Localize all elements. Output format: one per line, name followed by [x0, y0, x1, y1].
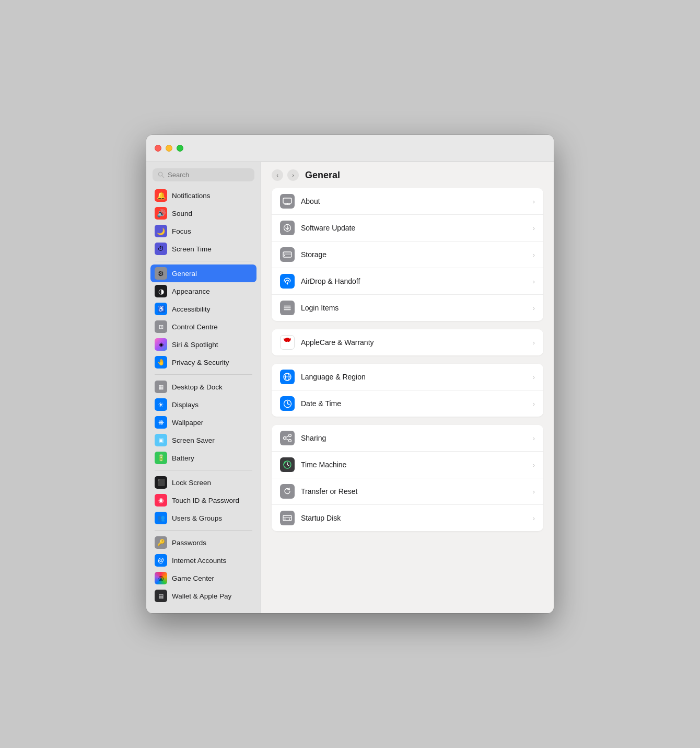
- wallet-icon: ▤: [155, 590, 167, 602]
- content-area: 🔔 Notifications 🔊 Sound 🌙 Focus ⏱ Screen…: [146, 162, 554, 613]
- sidebar-item-sound[interactable]: 🔊 Sound: [150, 204, 256, 222]
- chevron-icon: ›: [533, 278, 535, 285]
- settings-row-transfer-reset[interactable]: Transfer or Reset ›: [272, 478, 543, 505]
- startup-disk-icon: [280, 511, 295, 525]
- sidebar-item-accessibility[interactable]: ♿ Accessibility: [150, 300, 256, 318]
- sidebar-item-wallet[interactable]: ▤ Wallet & Apple Pay: [150, 587, 256, 605]
- chevron-icon: ›: [533, 339, 535, 347]
- sidebar-item-label: Wallpaper: [172, 419, 203, 427]
- sidebar-item-lock-screen[interactable]: ⬛ Lock Screen: [150, 474, 256, 491]
- settings-row-applecare[interactable]: AppleCare & Warranty ›: [272, 329, 543, 355]
- settings-row-startup-disk[interactable]: Startup Disk ›: [272, 505, 543, 531]
- sidebar-item-label: Battery: [172, 454, 194, 462]
- svg-line-1: [162, 176, 164, 178]
- accessibility-icon: ♿: [155, 303, 167, 315]
- sidebar-item-touch-id[interactable]: ◉ Touch ID & Password: [150, 491, 256, 509]
- sidebar-item-label: Touch ID & Password: [172, 497, 239, 504]
- sidebar-divider-2: [155, 374, 252, 375]
- svg-point-9: [284, 255, 285, 256]
- sidebar-item-displays[interactable]: ☀ Displays: [150, 396, 256, 413]
- passwords-icon: 🔑: [155, 536, 167, 549]
- settings-row-about[interactable]: About ›: [272, 188, 543, 215]
- chevron-icon: ›: [533, 198, 535, 205]
- sidebar-item-game-center[interactable]: ◎ Game Center: [150, 569, 256, 587]
- page-title: General: [305, 170, 340, 181]
- titlebar: [146, 135, 554, 162]
- chevron-icon: ›: [533, 461, 535, 469]
- lock-screen-icon: ⬛: [155, 476, 167, 489]
- software-update-label: Software Update: [301, 224, 527, 232]
- sharing-label: Sharing: [301, 434, 527, 442]
- settings-row-storage[interactable]: Storage ›: [272, 241, 543, 268]
- sidebar-item-screen-saver[interactable]: ▣ Screen Saver: [150, 431, 256, 449]
- sidebar-item-label: Users & Groups: [172, 514, 222, 522]
- sidebar-item-siri-spotlight[interactable]: ◈ Siri & Spotlight: [150, 336, 256, 353]
- date-time-icon: [280, 396, 295, 411]
- svg-rect-2: [283, 198, 291, 203]
- search-icon: [158, 171, 165, 178]
- maximize-button[interactable]: [177, 145, 183, 152]
- search-bar[interactable]: [153, 168, 254, 181]
- touch-id-icon: ◉: [155, 494, 167, 507]
- svg-point-29: [289, 519, 290, 520]
- svg-line-23: [286, 436, 288, 438]
- main-content: ‹ › General About: [261, 162, 554, 613]
- main-header: ‹ › General: [261, 162, 554, 188]
- sidebar-item-label: Screen Time: [172, 245, 212, 253]
- transfer-reset-icon: [280, 484, 295, 499]
- sidebar-item-label: Desktop & Dock: [172, 383, 223, 391]
- sidebar-item-wallpaper[interactable]: ❋ Wallpaper: [150, 413, 256, 431]
- sidebar-item-general[interactable]: ⚙ General: [150, 264, 256, 282]
- about-icon: [280, 194, 295, 209]
- sidebar-item-label: Accessibility: [172, 305, 211, 313]
- settings-row-software-update[interactable]: Software Update ›: [272, 215, 543, 241]
- minimize-button[interactable]: [166, 145, 172, 152]
- internet-accounts-icon: @: [155, 554, 167, 567]
- sidebar-item-notifications[interactable]: 🔔 Notifications: [150, 187, 256, 204]
- sidebar-item-desktop-dock[interactable]: ▦ Desktop & Dock: [150, 378, 256, 396]
- applecare-icon: [280, 335, 295, 350]
- login-items-icon: [280, 301, 295, 315]
- sidebar-section-1: 🔔 Notifications 🔊 Sound 🌙 Focus ⏱ Screen…: [150, 187, 256, 258]
- settings-row-sharing[interactable]: Sharing ›: [272, 425, 543, 452]
- settings-row-airdrop[interactable]: AirDrop & Handoff ›: [272, 268, 543, 295]
- search-input[interactable]: [168, 171, 249, 179]
- sidebar-item-internet-accounts[interactable]: @ Internet Accounts: [150, 551, 256, 569]
- sidebar-item-focus[interactable]: 🌙 Focus: [150, 222, 256, 240]
- settings-row-language[interactable]: Language & Region ›: [272, 364, 543, 390]
- users-groups-icon: 👥: [155, 512, 167, 524]
- sidebar-item-label: General: [172, 270, 197, 278]
- game-center-icon: ◎: [155, 572, 167, 584]
- settings-row-login-items[interactable]: Login Items ›: [272, 295, 543, 321]
- sidebar-item-passwords[interactable]: 🔑 Passwords: [150, 534, 256, 551]
- sidebar-item-label: Privacy & Security: [172, 359, 229, 366]
- sidebar-item-label: Internet Accounts: [172, 557, 226, 565]
- about-label: About: [301, 197, 527, 205]
- settings-row-date-time[interactable]: Date & Time ›: [272, 390, 543, 417]
- forward-button[interactable]: ›: [287, 169, 299, 181]
- sidebar-item-appearance[interactable]: ◑ Appearance: [150, 282, 256, 300]
- airdrop-icon: [280, 274, 295, 289]
- sidebar-item-label: Appearance: [172, 287, 210, 295]
- sidebar-item-battery[interactable]: 🔋 Battery: [150, 449, 256, 467]
- back-button[interactable]: ‹: [272, 169, 283, 181]
- settings-row-time-machine[interactable]: Time Machine ›: [272, 452, 543, 478]
- settings-group-3: Language & Region › Date & Time ›: [272, 364, 543, 417]
- sidebar-section-4: ⬛ Lock Screen ◉ Touch ID & Password 👥 Us…: [150, 474, 256, 527]
- sidebar-item-users-groups[interactable]: 👥 Users & Groups: [150, 509, 256, 527]
- chevron-icon: ›: [533, 514, 535, 522]
- chevron-icon: ›: [533, 373, 535, 381]
- sidebar-item-privacy-security[interactable]: 🤚 Privacy & Security: [150, 353, 256, 371]
- transfer-reset-label: Transfer or Reset: [301, 487, 527, 496]
- applecare-label: AppleCare & Warranty: [301, 338, 527, 347]
- sidebar-item-label: Wallet & Apple Pay: [172, 592, 231, 600]
- siri-icon: ◈: [155, 338, 167, 351]
- sidebar-item-label: Displays: [172, 401, 199, 409]
- close-button[interactable]: [155, 145, 161, 152]
- system-preferences-window: 🔔 Notifications 🔊 Sound 🌙 Focus ⏱ Screen…: [146, 135, 554, 613]
- sidebar-item-screen-time[interactable]: ⏱ Screen Time: [150, 240, 256, 258]
- startup-disk-label: Startup Disk: [301, 514, 527, 522]
- chevron-icon: ›: [533, 488, 535, 496]
- appearance-icon: ◑: [155, 285, 167, 297]
- sidebar-item-control-centre[interactable]: ⊞ Control Centre: [150, 318, 256, 336]
